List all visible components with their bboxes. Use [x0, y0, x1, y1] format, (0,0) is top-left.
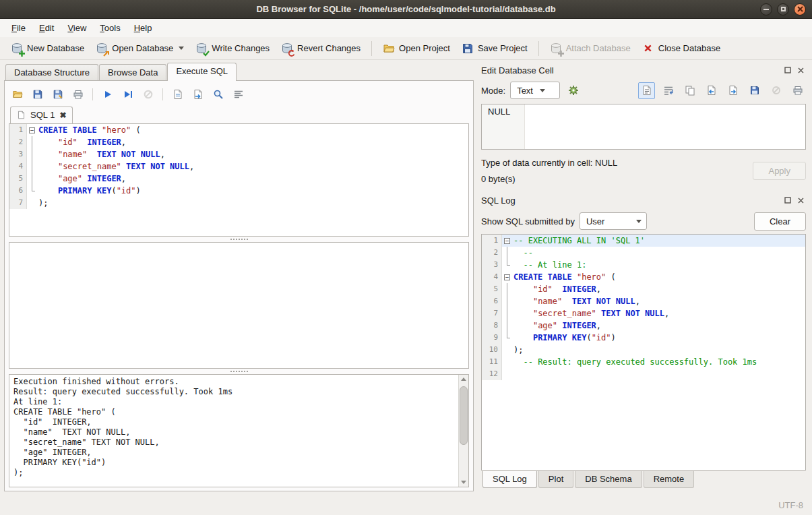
write-changes-button[interactable]: Write Changes: [190, 40, 275, 57]
cell-size-info: 0 byte(s): [481, 174, 753, 184]
clear-button[interactable]: Clear: [754, 212, 806, 231]
sql-log-view[interactable]: 1−-- EXECUTING ALL IN 'SQL 1'2 --3 -- At…: [481, 234, 806, 471]
sql-editor-tab[interactable]: SQL 1 ✖: [10, 107, 73, 123]
cell-info-row: Type of data currently in cell: NULL 0 b…: [481, 158, 806, 184]
word-wrap-button[interactable]: [660, 82, 677, 99]
sql-editor[interactable]: 1−CREATE TABLE "hero" (2 "id" INTEGER,3 …: [9, 123, 469, 237]
format-sql-button[interactable]: [230, 86, 247, 103]
menu-tools[interactable]: Tools: [94, 20, 126, 36]
text-mode-icon: [642, 85, 652, 96]
close-database-button[interactable]: Close Database: [637, 40, 726, 57]
tab-execute-sql[interactable]: Execute SQL: [167, 63, 237, 81]
save-results-button[interactable]: [169, 86, 186, 103]
write-changes-icon: [195, 42, 208, 55]
code-line: 12: [482, 368, 805, 380]
save-project-button[interactable]: Save Project: [456, 40, 533, 57]
execution-log-line: PRIMARY KEY("id"): [13, 458, 454, 468]
mode-combobox[interactable]: Text: [510, 82, 560, 99]
revert-changes-button[interactable]: Revert Changes: [276, 40, 366, 57]
execution-log-scrollbar[interactable]: [458, 375, 468, 487]
open-project-button[interactable]: Open Project: [377, 40, 456, 57]
cell-type-info: Type of data currently in cell: NULL: [481, 158, 753, 168]
cell-editor[interactable]: NULL: [481, 104, 806, 150]
copy-cell-button[interactable]: [681, 82, 698, 99]
open-sql-file-button[interactable]: [9, 86, 26, 103]
save-cell-as-icon: [749, 85, 760, 96]
export-cell-button[interactable]: [724, 82, 741, 99]
print-sql-button[interactable]: [69, 86, 86, 103]
tab-browse-data[interactable]: Browse Data: [99, 64, 166, 81]
execution-log-pane[interactable]: Execution finished without errors.Result…: [9, 374, 469, 487]
code-line: 6 PRIMARY KEY("id"): [9, 185, 468, 197]
sqllog-close-icon[interactable]: [796, 195, 806, 206]
close-button[interactable]: [794, 3, 806, 16]
scrollbar-track[interactable]: [459, 384, 468, 478]
close-database-icon: [642, 42, 654, 55]
set-null-icon: [771, 85, 782, 96]
editcell-close-icon[interactable]: [796, 65, 806, 75]
attach-database-icon: [550, 42, 562, 55]
main-area: Database StructureBrowse DataExecute SQL: [0, 60, 812, 495]
splitter-handle[interactable]: [9, 369, 469, 374]
print-icon: [792, 85, 803, 96]
splitter-grip-icon: [230, 371, 248, 372]
toolbar-separator: [538, 41, 539, 56]
tab-database-structure[interactable]: Database Structure: [5, 64, 98, 81]
sql-tab-document-icon: [17, 111, 26, 119]
scroll-up-icon[interactable]: [459, 375, 468, 384]
sql-log-filter-combobox[interactable]: User: [580, 212, 647, 230]
save-sql-file-as-icon: [53, 89, 63, 100]
minimize-button[interactable]: [760, 3, 772, 16]
sqllog-float-icon[interactable]: [782, 195, 792, 206]
open-database-dropdown-icon[interactable]: [179, 47, 184, 50]
cell-editor-text-area[interactable]: [525, 104, 805, 149]
execute-current-line-icon: [123, 90, 133, 99]
execution-log-line: "age" INTEGER,: [13, 448, 454, 458]
menu-help[interactable]: Help: [128, 20, 158, 36]
sql-toolbar: [9, 84, 469, 104]
revert-changes-icon: [281, 42, 293, 55]
execution-log-line: At line 1:: [13, 397, 454, 407]
editcell-float-icon[interactable]: [782, 65, 792, 75]
encoding-indicator: UTF-8: [778, 500, 803, 510]
save-sql-file-as-button[interactable]: [49, 86, 66, 103]
sql-tab-close-icon[interactable]: ✖: [59, 111, 66, 120]
maximize-button[interactable]: [777, 3, 789, 16]
splitter-handle[interactable]: [9, 237, 469, 242]
code-line: 5 "age" INTEGER,: [9, 173, 468, 185]
copy-icon: [685, 85, 695, 96]
import-cell-button[interactable]: [703, 82, 720, 99]
main-toolbar: New Database Open Database Write Changes…: [0, 37, 812, 60]
bottom-tab-remote[interactable]: Remote: [644, 471, 695, 488]
bottom-tab-plot[interactable]: Plot: [538, 471, 573, 488]
menu-edit[interactable]: Edit: [33, 20, 60, 36]
results-grid-pane[interactable]: [9, 242, 469, 369]
save-sql-file-button[interactable]: [29, 86, 46, 103]
open-project-icon: [383, 42, 395, 55]
execute-all-button[interactable]: [99, 86, 116, 103]
menu-file[interactable]: File: [5, 20, 32, 36]
find-replace-icon: [213, 89, 224, 100]
edit-cell-title: Edit Database Cell: [481, 65, 779, 75]
menu-view[interactable]: View: [61, 20, 92, 36]
sql-log-code: 1−-- EXECUTING ALL IN 'SQL 1'2 --3 -- At…: [482, 235, 805, 380]
code-line: 3 "name" TEXT NOT NULL,: [9, 148, 468, 160]
splitter-grip-icon: [230, 239, 248, 240]
sql-log-controls: Show SQL submitted by User Clear: [481, 210, 806, 233]
open-database-button[interactable]: Open Database: [90, 40, 189, 57]
save-cell-as-button[interactable]: [746, 82, 763, 99]
text-mode-button[interactable]: [638, 82, 655, 99]
bottom-tab-sql-log[interactable]: SQL Log: [482, 471, 537, 488]
scrollbar-thumb[interactable]: [460, 386, 468, 445]
edit-cell-header: Edit Database Cell: [481, 63, 806, 77]
execute-current-line-button[interactable]: [119, 86, 136, 103]
print-cell-button[interactable]: [789, 82, 806, 99]
scroll-down-icon[interactable]: [459, 478, 468, 487]
cell-settings-button[interactable]: [565, 82, 582, 99]
new-database-button[interactable]: New Database: [5, 40, 90, 57]
set-null-button: [768, 82, 784, 99]
export-results-button[interactable]: [189, 86, 206, 103]
bottom-tab-db-schema[interactable]: DB Schema: [575, 471, 642, 488]
find-replace-button[interactable]: [210, 86, 226, 103]
stop-execution-button: [139, 86, 156, 103]
